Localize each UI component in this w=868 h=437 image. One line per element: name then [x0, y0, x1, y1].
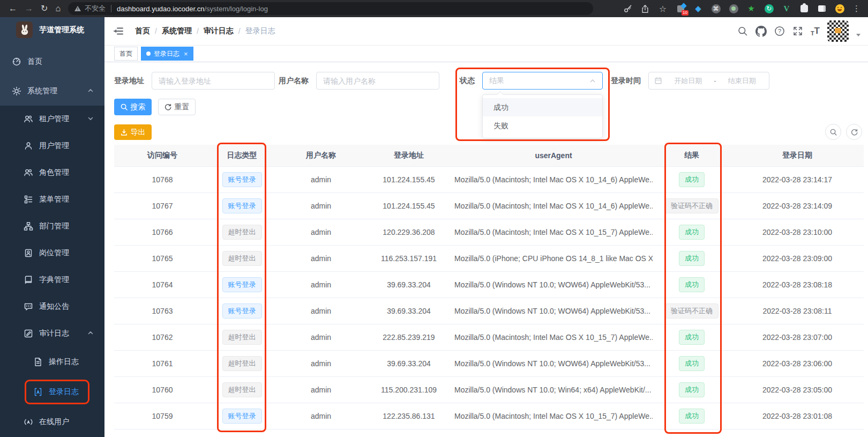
cell-date: 2022-03-28 23:06:00	[731, 350, 864, 376]
table-row[interactable]: 10768 账号登录 admin 101.224.155.45 Mozilla/…	[114, 166, 864, 192]
extensions-puzzle-icon[interactable]	[799, 4, 809, 13]
table-row[interactable]: 10765 超时登出 admin 116.253.157.191 Mozilla…	[114, 245, 864, 271]
top-navbar: 首页 / 系统管理 / 审计日志 / 登录日志 ? TT	[104, 17, 868, 46]
status-option-fail[interactable]: 失败	[483, 116, 602, 135]
fullscreen-icon[interactable]	[792, 26, 803, 36]
font-size-icon[interactable]: TT	[811, 26, 820, 36]
sidebar-item-tenant[interactable]: 租户管理	[0, 106, 104, 132]
tab-login-log[interactable]: 登录日志 ×	[141, 47, 193, 61]
cell-user-agent: Mozilla/5.0 (iPhone; CPU iPhone OS 14_8_…	[449, 245, 653, 271]
calendar-icon	[654, 77, 662, 85]
extension-badge-icon[interactable]: 10	[676, 4, 685, 13]
cell-result: 成功	[653, 324, 731, 350]
search-button[interactable]: 搜索	[114, 99, 152, 115]
login-address-input[interactable]	[152, 72, 275, 90]
cell-log-type: 账号登录	[211, 403, 273, 429]
app-logo[interactable]: 芋道管理系统	[0, 17, 104, 42]
search-icon[interactable]	[737, 26, 748, 36]
breadcrumb-system[interactable]: 系统管理	[162, 26, 192, 36]
cell-result: 验证码不正确	[653, 298, 731, 324]
bookmark-star-icon[interactable]: ☆	[658, 4, 668, 13]
extension-record-icon[interactable]	[729, 4, 738, 13]
window-split-icon[interactable]	[817, 4, 827, 13]
forward-icon[interactable]: →	[25, 4, 33, 13]
cell-result: 成功	[653, 166, 731, 192]
table-row[interactable]: 10764 账号登录 admin 39.69.33.204 Mozilla/5.…	[114, 271, 864, 298]
url-text: dashboard.yudao.iocoder.cn/system/log/lo…	[117, 5, 268, 13]
key-icon[interactable]	[623, 4, 632, 13]
table-row[interactable]: 10767 账号登录 admin 101.224.155.45 Mozilla/…	[114, 192, 864, 219]
username-input[interactable]	[316, 72, 439, 90]
status-option-success[interactable]: 成功	[483, 98, 602, 116]
tags-view: 首页 登录日志 ×	[104, 46, 868, 62]
col-header-user-agent: userAgent	[449, 145, 653, 166]
col-header-date: 登录日期	[731, 145, 864, 166]
svg-text:?: ?	[778, 28, 781, 34]
cell-ip: 101.224.155.45	[369, 166, 449, 192]
cell-id: 10766	[114, 219, 211, 245]
cell-id: 10765	[114, 245, 211, 271]
sidebar-item-notice[interactable]: 通知公告	[0, 293, 104, 320]
cell-id: 10761	[114, 350, 211, 376]
sidebar-item-system[interactable]: 系统管理	[0, 76, 104, 106]
table-refresh-button[interactable]	[846, 124, 862, 140]
export-button[interactable]: 导出	[114, 124, 152, 140]
sidebar-item-user[interactable]: 用户管理	[0, 132, 104, 159]
breadcrumb-audit[interactable]: 审计日志	[204, 26, 234, 36]
home-icon[interactable]: ⌂	[55, 4, 61, 13]
browser-menu-icon[interactable]: ⋮	[852, 4, 860, 13]
sidebar-item-home[interactable]: 首页	[0, 47, 104, 76]
date-range-picker[interactable]: 开始日期 - 结束日期	[648, 72, 769, 90]
log-type-tag: 账号登录	[222, 198, 262, 213]
cell-user-agent: Mozilla/5.0 (Macintosh; Intel Mac OS X 1…	[449, 403, 653, 429]
profile-emoji-icon[interactable]	[835, 4, 844, 13]
cell-user-agent: Mozilla/5.0 (Macintosh; Intel Mac OS X 1…	[449, 324, 653, 350]
table-row[interactable]: 10761 超时登出 admin 39.69.33.204 Mozilla/5.…	[114, 350, 864, 376]
tab-home[interactable]: 首页	[114, 47, 138, 61]
book-icon	[24, 275, 33, 285]
table-row[interactable]: 10763 账号登录 admin 39.69.33.204 Mozilla/5.…	[114, 298, 864, 324]
url-bar[interactable]: 不安全 dashboard.yudao.iocoder.cn/system/lo…	[68, 2, 593, 15]
cell-ip: 39.69.33.204	[369, 350, 449, 376]
cell-date: 2022-03-28 23:14:09	[731, 192, 864, 219]
breadcrumb-home[interactable]: 首页	[135, 26, 150, 36]
cell-date: 2022-03-28 23:07:00	[731, 324, 864, 350]
reload-icon[interactable]: ↻	[41, 4, 48, 13]
table-row[interactable]: 10766 超时登出 admin 120.229.36.208 Mozilla/…	[114, 219, 864, 245]
sidebar-item-audit-log[interactable]: 审计日志	[0, 320, 104, 347]
sidebar-item-online-user[interactable]: 在线用户	[0, 407, 104, 437]
avatar[interactable]	[827, 20, 849, 42]
cell-log-type: 超时登出	[211, 324, 273, 350]
sidebar-item-post[interactable]: 岗位管理	[0, 240, 104, 266]
vue-devtools-icon[interactable]: V	[782, 4, 791, 13]
cell-ip: 101.224.155.45	[369, 192, 449, 219]
tenant-icon	[24, 114, 33, 124]
sidebar-item-dept[interactable]: 部门管理	[0, 213, 104, 240]
sidebar-item-role[interactable]: 角色管理	[0, 159, 104, 186]
table-search-toggle-button[interactable]	[825, 124, 841, 140]
org-chart-icon	[24, 221, 33, 231]
status-select[interactable]: 结果	[482, 72, 603, 90]
reset-button[interactable]: 重置	[158, 99, 196, 115]
extension-diamond-icon[interactable]: ◆	[693, 4, 703, 13]
sidebar-fold-icon[interactable]	[114, 27, 123, 35]
table-row[interactable]: 10760 超时登出 admin 115.200.231.109 Mozilla…	[114, 376, 864, 403]
back-icon[interactable]: ←	[9, 4, 17, 13]
divider	[111, 5, 111, 12]
table-row[interactable]: 10759 账号登录 admin 122.235.86.131 Mozilla/…	[114, 403, 864, 429]
avatar-caret-icon[interactable]	[856, 34, 860, 36]
sidebar-item-operate-log[interactable]: 操作日志	[0, 347, 104, 377]
share-icon[interactable]	[640, 4, 650, 13]
extension-refresh-icon[interactable]: ↻	[764, 4, 774, 13]
sidebar-item-login-log[interactable]: 登录日志	[0, 377, 104, 407]
github-icon[interactable]	[755, 26, 767, 37]
help-icon[interactable]: ?	[774, 26, 785, 36]
sidebar-item-dict[interactable]: 字典管理	[0, 266, 104, 293]
table-row[interactable]: 10762 超时登出 admin 222.85.239.219 Mozilla/…	[114, 324, 864, 350]
extension-command-icon[interactable]: ⌘	[711, 4, 721, 13]
sidebar-item-menu[interactable]: 菜单管理	[0, 186, 104, 213]
cell-username: admin	[273, 403, 369, 429]
close-icon[interactable]: ×	[184, 50, 188, 58]
extension-star-icon[interactable]: ★	[746, 4, 756, 13]
login-address-label: 登录地址	[114, 76, 144, 86]
